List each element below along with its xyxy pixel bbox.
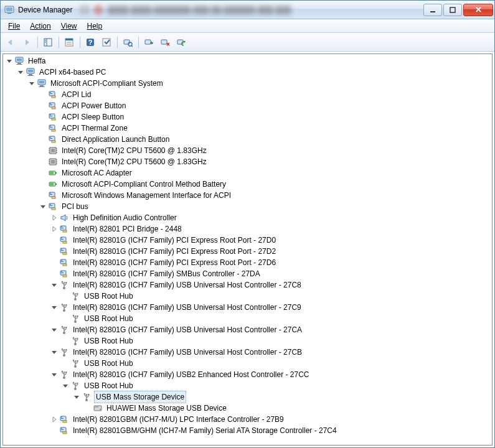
tree-item-label[interactable]: Intel(R) 82801G (ICH7 Family) USB Univer… xyxy=(72,279,303,291)
tree-row[interactable]: USB Mass Storage Device xyxy=(6,391,492,403)
tree-item-label[interactable]: USB Mass Storage Device xyxy=(94,391,186,403)
tree-row[interactable]: ACPI Thermal Zone xyxy=(6,123,492,134)
tree-row[interactable]: Microsoft ACPI-Compliant System xyxy=(6,78,492,89)
tree-item-label[interactable]: USB Root Hub xyxy=(83,291,134,302)
tree-row[interactable]: USB Root Hub xyxy=(6,358,492,369)
help-button[interactable]: ? xyxy=(83,35,98,50)
menu-help[interactable]: Help xyxy=(82,21,108,32)
expand-icon[interactable] xyxy=(50,214,58,222)
collapse-icon[interactable] xyxy=(50,371,58,378)
tree-item-label[interactable]: Microsoft Windows Management Interface f… xyxy=(60,190,232,201)
expand-icon[interactable] xyxy=(50,416,58,423)
tree-item-label[interactable]: ACPI Power Button xyxy=(60,100,127,111)
tree-row[interactable]: Intel(R) 82801G (ICH7 Family) USB2 Enhan… xyxy=(6,369,492,380)
maximize-button[interactable] xyxy=(443,4,462,16)
tree-row[interactable]: Microsoft Windows Management Interface f… xyxy=(6,190,492,201)
tree-item-label[interactable]: ACPI Thermal Zone xyxy=(60,123,129,134)
tree-item-label[interactable]: Intel(R) 82801GBM (ICH7-M/U) LPC Interfa… xyxy=(72,414,285,425)
uninstall-device-button[interactable] xyxy=(158,35,172,50)
tree-row[interactable]: Microsoft ACPI-Compliant Control Method … xyxy=(6,179,492,190)
tree-row[interactable]: Heffa xyxy=(6,55,492,67)
back-button[interactable] xyxy=(3,35,18,50)
tree-item-label[interactable]: USB Root Hub xyxy=(83,358,134,369)
tree-row[interactable]: Intel(R) 82801G (ICH7 Family) USB Univer… xyxy=(6,324,492,335)
tree-item-label[interactable]: USB Root Hub xyxy=(83,313,134,324)
tree-item-label[interactable]: Microsoft ACPI-Compliant Control Method … xyxy=(60,179,227,190)
action-button[interactable] xyxy=(99,35,114,50)
tree-row[interactable]: Intel(R) 82801G (ICH7 Family) PCI Expres… xyxy=(6,246,492,257)
tree-row[interactable]: USB Root Hub xyxy=(6,335,492,347)
tree-item-label[interactable]: USB Root Hub xyxy=(83,335,134,347)
collapse-icon[interactable] xyxy=(17,68,24,76)
tree-item-label[interactable]: Intel(R) 82801G (ICH7 Family) SMBus Cont… xyxy=(72,268,262,279)
tree-item-label[interactable]: ACPI Sleep Button xyxy=(60,111,125,123)
tree-row[interactable]: USB Root Hub xyxy=(6,313,492,324)
menu-file[interactable]: File xyxy=(3,21,25,32)
collapse-icon[interactable] xyxy=(39,203,47,210)
collapse-icon[interactable] xyxy=(50,348,58,356)
tree-row[interactable]: ACPI Sleep Button xyxy=(6,111,492,123)
tree-row[interactable]: Intel(R) 82801G (ICH7 Family) SMBus Cont… xyxy=(6,268,492,279)
tree-row[interactable]: ACPI Lid xyxy=(6,89,492,100)
menu-action[interactable]: Action xyxy=(25,21,55,32)
tree-row[interactable]: High Definition Audio Controller xyxy=(6,212,492,223)
tree-row[interactable]: Intel(R) 82801GBM/GHM (ICH7-M Family) Se… xyxy=(6,425,492,436)
collapse-icon[interactable] xyxy=(6,57,13,65)
expand-icon[interactable] xyxy=(50,225,58,233)
forward-button[interactable] xyxy=(19,35,34,50)
update-driver-button[interactable] xyxy=(174,35,189,50)
tree-row[interactable]: USB Root Hub xyxy=(6,380,492,391)
tree-row[interactable]: Intel(R) 82801 PCI Bridge - 2448 xyxy=(6,223,492,235)
tree-row[interactable]: HUAWEI Mass Storage USB Device xyxy=(6,403,492,414)
scan-hardware-button[interactable] xyxy=(120,35,135,50)
collapse-icon[interactable] xyxy=(50,304,58,311)
tree-item-label[interactable]: Intel(R) 82801G (ICH7 Family) USB Univer… xyxy=(72,347,303,358)
tree-row[interactable]: ACPI x64-based PC xyxy=(6,67,492,78)
tree-row[interactable]: PCI bus xyxy=(6,201,492,212)
collapse-icon[interactable] xyxy=(50,281,58,289)
tree-item-label[interactable]: ACPI Lid xyxy=(60,89,92,100)
tree-item-label[interactable]: HUAWEI Mass Storage USB Device xyxy=(105,403,228,414)
tree-row[interactable]: USB Root Hub xyxy=(6,291,492,302)
tree-item-label[interactable]: Microsoft AC Adapter xyxy=(60,167,133,179)
close-button[interactable]: ✕ xyxy=(463,4,493,16)
tree-item-label[interactable]: Intel(R) 82801G (ICH7 Family) USB2 Enhan… xyxy=(72,369,310,380)
tree-item-label[interactable]: Intel(R) Core(TM)2 CPU T5600 @ 1.83GHz xyxy=(60,145,208,156)
tree-item-label[interactable]: Intel(R) 82801G (ICH7 Family) PCI Expres… xyxy=(72,246,277,257)
tree-item-label[interactable]: Intel(R) 82801 PCI Bridge - 2448 xyxy=(72,223,183,235)
tree-row[interactable]: Direct Application Launch Button xyxy=(6,134,492,145)
tree-item-label[interactable]: Intel(R) 82801GBM/GHM (ICH7-M Family) Se… xyxy=(72,425,338,436)
enable-device-button[interactable] xyxy=(141,35,156,50)
titlebar[interactable]: Device Manager ████ ████ ███████ ███ ██ … xyxy=(1,1,494,19)
tree-item-label[interactable]: Intel(R) 82801G (ICH7 Family) USB Univer… xyxy=(72,302,303,313)
tree-item-label[interactable]: Intel(R) 82801G (ICH7 Family) USB Univer… xyxy=(72,324,303,335)
tree-item-label[interactable]: Microsoft ACPI-Compliant System xyxy=(49,78,164,89)
tree-row[interactable]: Intel(R) 82801G (ICH7 Family) USB Univer… xyxy=(6,302,492,313)
tree-row[interactable]: ACPI Power Button xyxy=(6,100,492,111)
tree-row[interactable]: Intel(R) Core(TM)2 CPU T5600 @ 1.83GHz xyxy=(6,156,492,167)
device-tree[interactable]: HeffaACPI x64-based PCMicrosoft ACPI-Com… xyxy=(3,54,492,445)
tree-row[interactable]: Microsoft AC Adapter xyxy=(6,167,492,179)
menu-view[interactable]: View xyxy=(56,21,82,32)
collapse-icon[interactable] xyxy=(50,326,58,334)
collapse-icon[interactable] xyxy=(73,393,80,401)
tree-item-label[interactable]: PCI bus xyxy=(60,201,90,212)
tree-row[interactable]: Intel(R) 82801G (ICH7 Family) PCI Expres… xyxy=(6,257,492,268)
tree-row[interactable]: Intel(R) 82801GBM (ICH7-M/U) LPC Interfa… xyxy=(6,414,492,425)
tree-row[interactable]: Intel(R) 82801G (ICH7 Family) PCI Expres… xyxy=(6,235,492,246)
tree-row[interactable]: Intel(R) Core(TM)2 CPU T5600 @ 1.83GHz xyxy=(6,145,492,156)
tree-row[interactable]: Intel(R) 82801G (ICH7 Family) USB Univer… xyxy=(6,347,492,358)
tree-item-label[interactable]: Intel(R) Core(TM)2 CPU T5600 @ 1.83GHz xyxy=(60,156,208,167)
tree-item-label[interactable]: ACPI x64-based PC xyxy=(38,67,107,78)
tree-item-label[interactable]: High Definition Audio Controller xyxy=(72,212,178,223)
collapse-icon[interactable] xyxy=(62,382,69,390)
collapse-icon[interactable] xyxy=(28,80,35,87)
tree-item-label[interactable]: USB Root Hub xyxy=(83,380,134,391)
tree-item-label[interactable]: Intel(R) 82801G (ICH7 Family) PCI Expres… xyxy=(72,257,277,268)
show-hide-tree-button[interactable] xyxy=(40,35,55,50)
properties-button[interactable] xyxy=(62,35,77,50)
tree-item-label[interactable]: Heffa xyxy=(27,55,47,67)
tree-item-label[interactable]: Direct Application Launch Button xyxy=(60,134,171,145)
tree-item-label[interactable]: Intel(R) 82801G (ICH7 Family) PCI Expres… xyxy=(72,235,277,246)
tree-row[interactable]: Intel(R) 82801G (ICH7 Family) USB Univer… xyxy=(6,279,492,291)
